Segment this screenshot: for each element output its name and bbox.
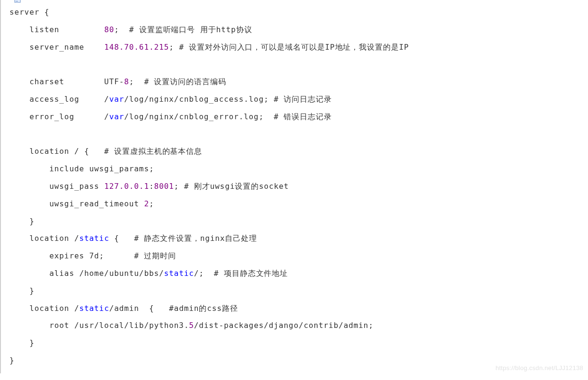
uwsgi-port: 8001: [154, 182, 174, 191]
uwsgi-ip: 127.0.0.1: [104, 182, 149, 191]
line-7-a: error_log /: [9, 112, 109, 121]
svg-rect-3: [16, 1, 18, 1]
line-2-b: ; # 设置监听端口号 用于http协议: [114, 25, 252, 34]
line-19-a: root /usr/local/lib/python3.: [9, 321, 189, 330]
line-19-b: /dist-packages/django/contrib/admin;: [194, 321, 374, 330]
line-17: }: [9, 286, 35, 295]
line-2-a: listen: [9, 25, 104, 34]
line-18-b: /admin { #admin的css路径: [109, 304, 238, 313]
server-name-ip: 148.70.61.215: [104, 43, 169, 52]
line-16-a: alias /home/ubuntu/bbs/: [9, 269, 164, 278]
line-9: location / { # 设置虚拟主机的基本信息: [9, 147, 202, 156]
static-keyword: static: [79, 234, 109, 243]
line-11-b: :: [149, 182, 154, 191]
line-18-a: location /: [9, 304, 79, 313]
line-12-a: uwsgi_read_timeout: [9, 199, 144, 208]
static-keyword: static: [79, 304, 109, 313]
line-12-b: ;: [149, 199, 154, 208]
line-16-b: /; # 项目静态文件地址: [194, 269, 288, 278]
line-3-b: ; # 设置对外访问入口，可以是域名可以是IP地址，我设置的是IP: [169, 43, 409, 52]
line-11-c: ; # 刚才uwsgi设置的socket: [174, 182, 289, 191]
line-7-b: /log/nginx/cnblog_error.log; # 错误日志记录: [124, 112, 331, 121]
nginx-config: server { listen 80; # 设置监听端口号 用于http协议 s…: [9, 4, 588, 370]
code-block: server { listen 80; # 设置监听端口号 用于http协议 s…: [0, 0, 588, 373]
line-10: include uwsgi_params;: [9, 164, 154, 173]
line-13: }: [9, 217, 35, 226]
line-14-b: { # 静态文件设置，nginx自己处理: [109, 234, 257, 243]
copy-icon: [14, 0, 21, 3]
var-keyword: var: [109, 95, 125, 104]
line-15: expires 7d; # 过期时间: [9, 251, 176, 260]
line-3-a: server_name: [9, 43, 104, 52]
line-5-a: charset UTF-: [9, 77, 124, 86]
line-6-b: /log/nginx/cnblog_access.log; # 访问日志记录: [124, 95, 331, 104]
var-keyword: var: [109, 112, 125, 121]
line-6-a: access_log /: [9, 95, 109, 104]
static-keyword: static: [164, 269, 194, 278]
timeout-num: 2: [144, 199, 149, 208]
line-20: }: [9, 338, 35, 347]
python-ver-num: 5: [189, 321, 194, 330]
line-14-a: location /: [9, 234, 79, 243]
line-1: server {: [9, 8, 49, 17]
listen-port: 80: [104, 25, 114, 34]
line-11-a: uwsgi_pass: [9, 182, 104, 191]
line-5-b: ; # 设置访问的语言编码: [129, 77, 226, 86]
charset-num: 8: [124, 77, 129, 86]
line-21: }: [9, 356, 15, 365]
